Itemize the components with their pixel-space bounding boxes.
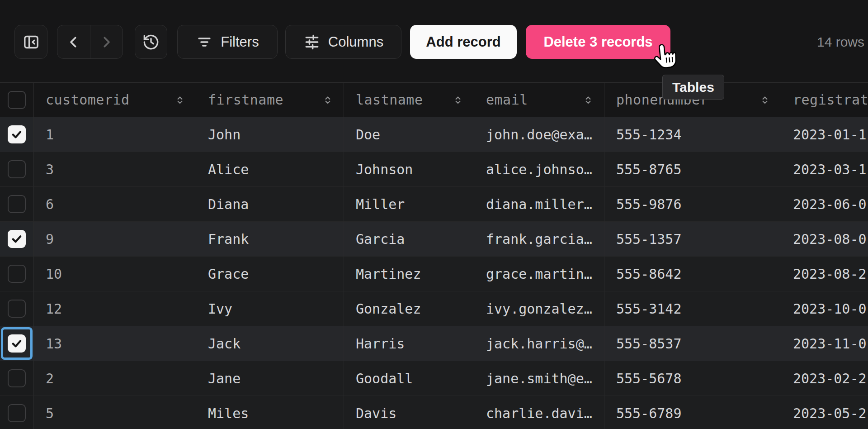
- row-select-cell[interactable]: [0, 396, 34, 429]
- cell-email[interactable]: alice.johnso…: [474, 152, 604, 187]
- cell-email[interactable]: frank.garcia…: [474, 222, 604, 257]
- cell-customerid[interactable]: 9: [34, 222, 196, 257]
- cell-lastname[interactable]: Johnson: [344, 152, 474, 187]
- cell-registrationdate[interactable]: 2023-05-2: [781, 396, 868, 429]
- cell-phonenumber[interactable]: 555-5678: [604, 361, 781, 396]
- row-select-cell[interactable]: [0, 187, 34, 222]
- row-checkbox[interactable]: [8, 265, 26, 283]
- cell-registrationdate[interactable]: 2023-10-0: [781, 291, 868, 326]
- filters-button-label: Filters: [221, 34, 259, 50]
- row-checkbox[interactable]: [8, 334, 26, 353]
- cell-registrationdate[interactable]: 2023-06-0: [781, 187, 868, 222]
- cell-lastname[interactable]: Goodall: [344, 361, 474, 396]
- forward-button[interactable]: [90, 25, 123, 58]
- cell-registrationdate[interactable]: 2023-08-2: [781, 257, 868, 291]
- row-checkbox[interactable]: [8, 195, 26, 213]
- cell-customerid[interactable]: 10: [34, 257, 196, 291]
- cell-firstname[interactable]: Grace: [196, 257, 344, 291]
- filters-button[interactable]: Filters: [177, 25, 278, 59]
- column-header-email[interactable]: email: [474, 83, 604, 117]
- add-record-button[interactable]: Add record: [410, 25, 517, 59]
- chevron-right-icon: [98, 34, 114, 50]
- cell-customerid[interactable]: 12: [34, 291, 196, 326]
- select-all-header-cell[interactable]: [0, 83, 34, 117]
- cell-email[interactable]: jack.harris@…: [474, 326, 604, 361]
- cell-firstname[interactable]: Diana: [196, 187, 344, 222]
- row-checkbox[interactable]: [8, 125, 26, 143]
- sort-button-customerid[interactable]: [174, 93, 186, 107]
- row-select-cell[interactable]: [0, 152, 34, 187]
- columns-button[interactable]: Columns: [285, 25, 401, 59]
- cell-firstname[interactable]: Jack: [196, 326, 344, 361]
- cell-lastname[interactable]: Davis: [344, 396, 474, 429]
- cell-firstname[interactable]: Miles: [196, 396, 344, 429]
- cell-registrationdate[interactable]: 2023-11-0: [781, 326, 868, 361]
- select-all-checkbox[interactable]: [8, 91, 26, 109]
- cell-lastname[interactable]: Harris: [344, 326, 474, 361]
- sort-button-firstname[interactable]: [322, 93, 334, 107]
- column-header-firstname[interactable]: firstname: [196, 83, 344, 117]
- column-header-registrationdate[interactable]: registrat: [781, 83, 868, 117]
- cell-phonenumber[interactable]: 555-8537: [604, 326, 781, 361]
- cell-registrationdate[interactable]: 2023-08-0: [781, 222, 868, 257]
- cell-customerid[interactable]: 3: [34, 152, 196, 187]
- history-button[interactable]: [135, 25, 167, 59]
- cell-phonenumber[interactable]: 555-1357: [604, 222, 781, 257]
- cell-registrationdate[interactable]: 2023-01-1: [781, 117, 868, 152]
- cell-customerid[interactable]: 1: [34, 117, 196, 152]
- row-checkbox[interactable]: [8, 404, 26, 422]
- row-checkbox[interactable]: [8, 160, 26, 178]
- cell-firstname[interactable]: Frank: [196, 222, 344, 257]
- cell-phonenumber[interactable]: 555-6789: [604, 396, 781, 429]
- row-select-cell[interactable]: [0, 222, 34, 257]
- sort-icon: [322, 93, 334, 107]
- page: { "header_bar": { "rows_count": "14 rows…: [0, 0, 868, 429]
- row-select-cell[interactable]: [0, 291, 34, 326]
- row-checkbox[interactable]: [8, 300, 26, 318]
- cell-lastname[interactable]: Garcia: [344, 222, 474, 257]
- toggle-sidebar-button[interactable]: [14, 25, 47, 59]
- cell-phonenumber[interactable]: 555-8642: [604, 257, 781, 291]
- cell-firstname[interactable]: Alice: [196, 152, 344, 187]
- column-label-lastname: lastname: [356, 92, 423, 108]
- row-select-cell[interactable]: [0, 257, 34, 291]
- cell-registrationdate[interactable]: 2023-02-2: [781, 361, 868, 396]
- cell-customerid[interactable]: 5: [34, 396, 196, 429]
- cell-customerid[interactable]: 6: [34, 187, 196, 222]
- row-select-cell[interactable]: [0, 326, 34, 361]
- cell-phonenumber[interactable]: 555-9876: [604, 187, 781, 222]
- cell-email[interactable]: john.doe@exa…: [474, 117, 604, 152]
- back-button[interactable]: [57, 25, 90, 58]
- pointer-cursor-icon: [649, 42, 679, 76]
- cell-email[interactable]: diana.miller…: [474, 187, 604, 222]
- cell-phonenumber[interactable]: 555-8765: [604, 152, 781, 187]
- sort-button-email[interactable]: [582, 93, 594, 107]
- cell-lastname[interactable]: Miller: [344, 187, 474, 222]
- cell-lastname[interactable]: Martinez: [344, 257, 474, 291]
- cell-lastname[interactable]: Doe: [344, 117, 474, 152]
- panel-left-collapse-icon: [22, 33, 41, 51]
- cell-email[interactable]: jane.smith@e…: [474, 361, 604, 396]
- cell-phonenumber[interactable]: 555-1234: [604, 117, 781, 152]
- row-select-cell[interactable]: [0, 361, 34, 396]
- cell-registrationdate[interactable]: 2023-03-1: [781, 152, 868, 187]
- cell-customerid[interactable]: 2: [34, 361, 196, 396]
- cell-email[interactable]: grace.martin…: [474, 257, 604, 291]
- cell-customerid[interactable]: 13: [34, 326, 196, 361]
- row-checkbox[interactable]: [8, 369, 26, 387]
- cell-lastname[interactable]: Gonzalez: [344, 291, 474, 326]
- delete-records-button[interactable]: Delete 3 records: [526, 25, 670, 59]
- sort-button-phonenumber[interactable]: [759, 93, 771, 107]
- column-header-customerid[interactable]: customerid: [34, 83, 196, 117]
- cell-phonenumber[interactable]: 555-3142: [604, 291, 781, 326]
- sort-icon: [452, 93, 464, 107]
- cell-email[interactable]: ivy.gonzalez…: [474, 291, 604, 326]
- cell-email[interactable]: charlie.davi…: [474, 396, 604, 429]
- cell-firstname[interactable]: Jane: [196, 361, 344, 396]
- sort-button-lastname[interactable]: [452, 93, 464, 107]
- cell-firstname[interactable]: Ivy: [196, 291, 344, 326]
- row-select-cell[interactable]: [0, 117, 34, 152]
- cell-firstname[interactable]: John: [196, 117, 344, 152]
- column-header-lastname[interactable]: lastname: [344, 83, 474, 117]
- row-checkbox[interactable]: [8, 230, 26, 248]
